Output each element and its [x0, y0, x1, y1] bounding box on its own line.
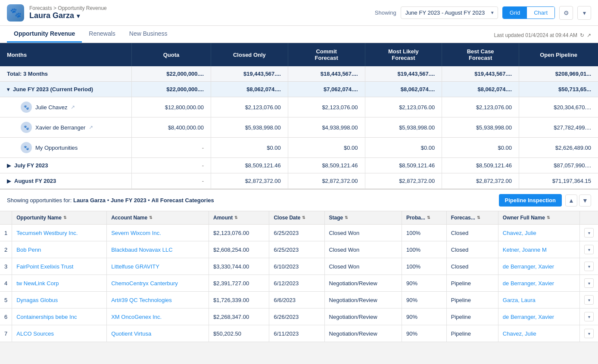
july-open-pipeline: $87,057,990....: [519, 158, 598, 173]
june-open-pipeline: $50,713,65...: [519, 82, 598, 97]
august-commit: $2,872,372.00: [288, 173, 365, 189]
pipeline-inspection-button[interactable]: Pipeline Inspection: [499, 194, 562, 207]
row-num-2: 2: [0, 241, 12, 258]
my-opps-label: 🐾 My Opportunities: [0, 138, 131, 158]
julie-quota: $12,800,000.00: [131, 97, 211, 117]
opp-name-link-4[interactable]: tw NewLink Corp: [16, 280, 59, 287]
account-name-cell-4: ChemoCentryx Canterbury: [107, 275, 209, 292]
opp-name-cell-5: Dynagas Globus: [12, 292, 107, 308]
row-dropdown-btn-4[interactable]: ▾: [584, 278, 594, 288]
prob-sort-icon[interactable]: ⇅: [427, 216, 430, 220]
tab-opportunity-revenue[interactable]: Opportunity Revenue: [7, 26, 82, 43]
amount-sort-icon[interactable]: ⇅: [234, 216, 238, 220]
opp-table-row: 3 FairPoint Exelixis Trust Littelfuse GR…: [0, 258, 598, 275]
period-row-august: ▶ August FY 2023 - $2,872,372.00 $2,872,…: [0, 173, 598, 189]
owner-link-7[interactable]: Chavez, Julie: [503, 330, 536, 337]
account-name-link-6[interactable]: XM OncoGenex Inc.: [111, 314, 162, 320]
opp-name-link-6[interactable]: Containerships bebe Inc: [16, 314, 77, 320]
account-name-sort-icon[interactable]: ⇅: [149, 216, 153, 220]
total-label: Total: 3 Months: [0, 66, 131, 82]
julie-best-case: $2,123,076.00: [442, 97, 519, 117]
more-options-button[interactable]: ▾: [577, 6, 591, 20]
account-name-link-1[interactable]: Severn Wixcom Inc.: [111, 230, 161, 236]
august-label[interactable]: ▶ August FY 2023: [0, 173, 131, 189]
close-date-cell-4: 6/12/2023: [269, 275, 324, 292]
total-commit: $18,443,567....: [288, 66, 365, 82]
xavier-best-case: $5,938,998.00: [442, 117, 519, 138]
stage-sort-icon[interactable]: ⇅: [345, 216, 348, 220]
account-name-link-7[interactable]: Quotient Virtusa: [111, 330, 151, 337]
account-name-link-5[interactable]: Art#39 QC Technologies: [111, 297, 172, 303]
opp-name-link-2[interactable]: Bob Penn: [16, 247, 41, 253]
opp-header-row: Opportunity Name⇅ Account Name⇅ Amount⇅ …: [0, 211, 598, 225]
july-chevron[interactable]: ▶: [7, 163, 11, 169]
xavier-most-likely: $5,938,998.00: [365, 117, 442, 138]
last-updated: Last updated 01/4/2024 at 09:44 AM ↻ ↗: [494, 28, 592, 43]
owner-link-2[interactable]: Ketner, Joanne M: [503, 247, 547, 253]
account-name-link-2[interactable]: Blackbaud Novavax LLC: [111, 247, 172, 253]
period-row-july: ▶ July FY 2023 - $8,509,121.46 $8,509,12…: [0, 158, 598, 173]
scroll-down-button[interactable]: ▼: [579, 194, 591, 207]
title-dropdown-icon[interactable]: ▾: [77, 12, 80, 19]
scroll-up-button[interactable]: ▲: [565, 194, 577, 207]
row-dropdown-btn-6[interactable]: ▾: [584, 312, 594, 321]
july-most-likely: $8,509,121.46: [365, 158, 442, 173]
period-row-june: ▾ June FY 2023 (Current Period) $22,000,…: [0, 82, 598, 97]
refresh-icon[interactable]: ↻: [580, 32, 584, 38]
opp-name-sort-icon[interactable]: ⇅: [63, 216, 67, 220]
forecast-sort-icon[interactable]: ⇅: [477, 216, 480, 220]
amount-cell-4: $2,391,727.00: [209, 275, 269, 292]
row-dropdown-btn-7[interactable]: ▾: [584, 329, 594, 338]
close-date-sort-icon[interactable]: ⇅: [302, 216, 305, 220]
july-closed: $8,509,121.46: [211, 158, 288, 173]
row-dropdown-btn-3[interactable]: ▾: [584, 262, 594, 271]
total-row: Total: 3 Months $22,000,000.... $19,443,…: [0, 66, 598, 82]
prob-cell-1: 100%: [402, 225, 446, 241]
tab-new-business[interactable]: New Business: [122, 26, 174, 43]
julie-redirect-icon[interactable]: ↗: [71, 104, 75, 110]
july-label[interactable]: ▶ July FY 2023: [0, 158, 131, 173]
owner-link-4[interactable]: de Berranger, Xavier: [503, 280, 554, 287]
showing-label: Showing: [375, 9, 396, 16]
forecast-cell-2: Closed: [446, 241, 498, 258]
date-range-select[interactable]: June FY 2023 - August FY 2023: [401, 6, 498, 19]
opp-name-link-7[interactable]: ALCO Sources: [16, 330, 54, 337]
grid-button[interactable]: Grid: [503, 7, 527, 19]
account-name-link-3[interactable]: Littelfuse GRAVITY: [111, 263, 159, 270]
close-date-cell-2: 6/25/2023: [269, 241, 324, 258]
row-dropdown-btn-5[interactable]: ▾: [584, 295, 594, 305]
opp-name-cell-7: ALCO Sources: [12, 325, 107, 342]
opp-name-link-3[interactable]: FairPoint Exelixis Trust: [16, 263, 73, 270]
june-chevron[interactable]: ▾: [7, 86, 9, 93]
total-best-case: $19,443,567....: [442, 66, 519, 82]
tab-renewals[interactable]: Renewals: [82, 26, 122, 43]
owner-link-6[interactable]: de Berranger, Xavier: [503, 314, 554, 320]
owner-link-3[interactable]: de Berranger, Xavier: [503, 263, 554, 270]
june-commit: $7,062,074....: [288, 82, 365, 97]
export-icon[interactable]: ↗: [587, 32, 591, 38]
august-chevron[interactable]: ▶: [7, 178, 11, 184]
august-most-likely: $2,872,372.00: [365, 173, 442, 189]
xavier-avatar: 🐾: [21, 122, 32, 133]
settings-button[interactable]: ⚙: [559, 6, 573, 20]
forecast-cell-5: Pipeline: [446, 292, 498, 308]
opp-name-link-5[interactable]: Dynagas Globus: [16, 297, 58, 303]
row-dropdown-btn-1[interactable]: ▾: [584, 228, 594, 238]
xavier-open-pipeline: $27,782,499....: [519, 117, 598, 138]
june-period-label[interactable]: ▾ June FY 2023 (Current Period): [0, 82, 131, 97]
august-closed: $2,872,372.00: [211, 173, 288, 189]
owner-cell-2: Ketner, Joanne M: [498, 241, 579, 258]
prob-cell-5: 90%: [402, 292, 446, 308]
col-owner: Owner Full Name⇅: [498, 211, 579, 225]
xavier-redirect-icon[interactable]: ↗: [89, 124, 93, 130]
owner-link-1[interactable]: Chavez, Julie: [503, 230, 536, 236]
row-dropdown-btn-2[interactable]: ▾: [584, 245, 594, 254]
owner-link-5[interactable]: Garza, Laura: [503, 297, 536, 303]
forecast-cell-6: Pipeline: [446, 308, 498, 325]
opp-name-link-1[interactable]: Tecumseh Westbury Inc.: [16, 230, 78, 236]
chart-button[interactable]: Chart: [527, 7, 554, 19]
account-name-link-4[interactable]: ChemoCentryx Canterbury: [111, 280, 178, 287]
july-commit: $8,509,121.46: [288, 158, 365, 173]
owner-sort-icon[interactable]: ⇅: [547, 216, 550, 220]
opp-header-actions: Pipeline Inspection ▲ ▼: [499, 194, 591, 207]
